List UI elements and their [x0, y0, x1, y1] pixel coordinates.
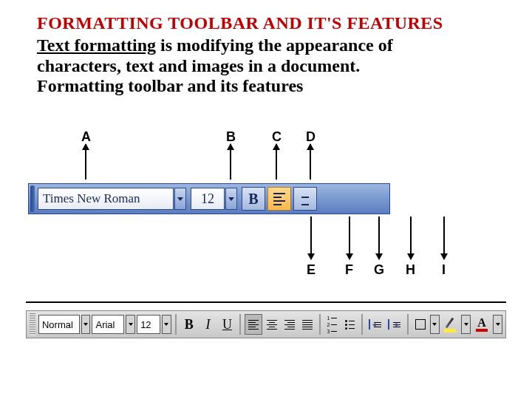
top-labels-row: A B C D [0, 129, 532, 144]
font-name-dropdown-icon[interactable] [174, 188, 186, 210]
label-E: E [307, 262, 316, 278]
para-line3: Formatting toolbar and its features [37, 76, 303, 95]
toolbar2-grip[interactable] [30, 313, 35, 335]
arrow-F [349, 216, 350, 259]
arrow-A [85, 144, 86, 180]
font-color-dropdown-icon[interactable] [493, 315, 502, 334]
arrow-E [310, 216, 312, 259]
borders-dropdown-icon[interactable] [430, 315, 440, 334]
bottom-arrows [0, 216, 532, 262]
label-G: G [374, 262, 384, 278]
highlight-dropdown-icon[interactable] [461, 315, 471, 334]
bold-button[interactable]: B [242, 187, 265, 211]
arrow-D [310, 144, 311, 180]
style-dropdown-icon[interactable] [81, 315, 91, 334]
align-button-selected[interactable] [267, 187, 291, 211]
highlight-button[interactable] [441, 315, 460, 334]
align-right-button[interactable] [282, 315, 298, 334]
label-H: H [406, 262, 415, 278]
description-paragraph: Text formatting is modifying the appeara… [37, 35, 451, 97]
italic-button[interactable]: I [200, 315, 217, 334]
align-center-button[interactable] [293, 187, 317, 211]
font-color-button[interactable]: A [472, 315, 491, 334]
numbered-list-button[interactable]: 123 [324, 315, 341, 334]
font2-field[interactable]: Arial [92, 315, 124, 334]
top-arrows [0, 144, 532, 185]
lead-term: Text formatting [37, 35, 156, 55]
increase-indent-button[interactable]: ► [386, 315, 403, 334]
decrease-indent-button[interactable]: ◄ [366, 315, 384, 334]
bold2-button[interactable]: B [180, 315, 198, 334]
font-size-dropdown-icon[interactable] [225, 188, 237, 210]
label-F: F [345, 262, 353, 278]
arrow-C [276, 144, 277, 180]
font-name-field[interactable]: Times New Roman [38, 188, 174, 210]
label-D: D [306, 129, 316, 145]
style-field[interactable]: Normal [38, 315, 80, 334]
separator [175, 314, 177, 335]
arrow-I [443, 216, 445, 259]
size2-field[interactable]: 12 [137, 315, 160, 334]
toolbar2-top-border [26, 301, 506, 303]
arrow-H [410, 216, 412, 259]
arrow-B [230, 144, 231, 180]
size2-dropdown-icon[interactable] [162, 315, 171, 334]
separator [407, 314, 409, 335]
bottom-labels-row: E F G H I [0, 262, 532, 277]
separator [319, 314, 321, 335]
formatting-toolbar-1: Times New Roman 12 B [28, 183, 390, 214]
label-B: B [226, 129, 236, 145]
arrow-G [378, 216, 380, 259]
bulleted-list-button[interactable] [341, 315, 358, 334]
label-A: A [81, 129, 91, 145]
align-justify-button[interactable] [299, 315, 316, 334]
font-size-field[interactable]: 12 [191, 188, 225, 210]
borders-button[interactable] [412, 315, 429, 334]
toolbar-grip[interactable] [30, 185, 35, 212]
formatting-toolbar-2: Normal Arial 12 B I U 123 ◄ ► A [26, 310, 506, 338]
label-C: C [272, 129, 282, 145]
underline-button[interactable]: U [218, 315, 236, 334]
slide-title: FORMATTING TOOLBAR AND IT'S FEATURES [37, 13, 443, 33]
separator [239, 314, 241, 335]
align-left-button[interactable] [245, 314, 262, 335]
separator [361, 314, 363, 335]
align-center-button2[interactable] [264, 315, 280, 334]
label-I: I [442, 262, 446, 278]
font2-dropdown-icon[interactable] [126, 315, 135, 334]
